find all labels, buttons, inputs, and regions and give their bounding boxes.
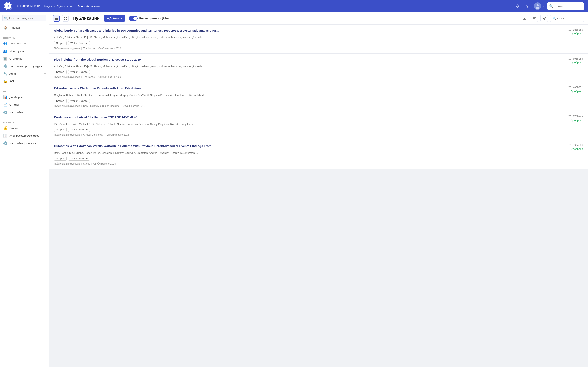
sidebar-search-icon: 🔍 xyxy=(4,17,8,20)
avatar xyxy=(534,2,541,10)
home-icon: 🏠 xyxy=(3,26,7,30)
list-view-button[interactable] xyxy=(53,15,60,22)
tag: Scopus xyxy=(54,99,67,103)
sidebar-section-intranet: ИНТРАНЕТ xyxy=(0,35,49,40)
svg-rect-5 xyxy=(54,17,58,17)
sidebar-item-finance-settings[interactable]: ⚙️ Настройки финансов xyxy=(0,140,49,147)
pub-header: Edoxaban versus Warfarin in Patients wit… xyxy=(54,86,583,93)
publication-item[interactable]: Outcomes With Edoxaban Versus Warfarin i… xyxy=(49,140,588,169)
pub-meta: Публикация в журнале|Stroke|Опубликовано… xyxy=(54,162,583,165)
logo-area[interactable]: S SECHENOV UNIVERSITY xyxy=(4,2,41,10)
pub-id-status: ID 874baaa Одобрено xyxy=(568,115,583,122)
sidebar-label-structure: Структура xyxy=(9,57,22,60)
sidebar-item-admin[interactable]: 🔧 Admin ▾ xyxy=(0,70,49,77)
grid-view-button[interactable] xyxy=(62,15,69,22)
pub-status: Одобрено xyxy=(571,90,583,93)
publication-item[interactable]: Five insights from the Global Burden of … xyxy=(49,54,588,83)
svg-rect-8 xyxy=(64,17,65,18)
pub-title: Five insights from the Global Burden of … xyxy=(54,57,565,62)
sidebar-item-my-groups[interactable]: 👥 Мои группы xyxy=(0,47,49,55)
pub-meta: Публикация в журнале|The Lancet|Опублико… xyxy=(54,76,583,78)
pub-tags: ScopusWeb of Science xyxy=(54,157,583,161)
verification-mode-toggle[interactable]: Режим проверки (99+) xyxy=(129,16,169,21)
toolbar-search-input[interactable] xyxy=(557,17,582,20)
publication-item[interactable]: Edoxaban versus Warfarin in Patients wit… xyxy=(49,82,588,111)
pub-authors: Abbafati, Cristiana;Abbas, Kaja M.;Abbas… xyxy=(54,36,583,40)
nav-right-actions: ⚙ ? ▾ 🔍 xyxy=(514,2,584,10)
sidebar-search-input[interactable] xyxy=(2,15,46,21)
toolbar-search[interactable]: 🔍 xyxy=(550,15,584,22)
user-menu[interactable]: ▾ xyxy=(534,2,544,10)
sidebar-item-dashboards[interactable]: 📊 Дашборды xyxy=(0,93,49,101)
sidebar-item-bi-settings[interactable]: ⚙️ Настройки ▾ xyxy=(0,108,49,116)
search-icon: 🔍 xyxy=(549,4,553,8)
help-icon[interactable]: ? xyxy=(524,3,531,9)
tag: Web of Science xyxy=(68,157,90,161)
admin-arrow-icon: ▾ xyxy=(44,72,45,75)
filter-button[interactable] xyxy=(540,15,548,22)
svg-point-3 xyxy=(536,4,539,6)
svg-text:S: S xyxy=(7,5,9,7)
admin-icon: 🔧 xyxy=(3,72,7,76)
publication-item[interactable]: Global burden of 369 diseases and injuri… xyxy=(49,25,588,54)
filter-icon[interactable]: ⚙ xyxy=(514,3,521,9)
sidebar-item-home[interactable]: 🏠 Главная xyxy=(0,24,49,31)
sidebar-item-structure[interactable]: 🏢 Структура xyxy=(0,55,49,62)
pub-id: ID e39aa2d xyxy=(568,144,583,147)
toggle-label: Режим проверки (99+) xyxy=(139,17,169,20)
top-navigation: S SECHENOV UNIVERSITY Наука › Публикации… xyxy=(0,0,588,12)
breadcrumb-nauka[interactable]: Наука xyxy=(44,4,52,8)
toggle-switch[interactable] xyxy=(129,16,138,21)
export-button[interactable] xyxy=(521,15,528,22)
pub-id: ID 874baaa xyxy=(568,115,583,118)
pub-header: Five insights from the Global Burden of … xyxy=(54,57,583,64)
pub-id: ID 1d05059 xyxy=(568,28,583,31)
breadcrumb-publications[interactable]: Публикации xyxy=(57,4,74,8)
pub-meta: Публикация в журнале|The Lancet|Опублико… xyxy=(54,47,583,50)
add-button[interactable]: + Добавить xyxy=(104,15,125,22)
tag: Web of Science xyxy=(68,70,90,74)
sidebar-label-finance-settings: Настройки финансов xyxy=(9,142,36,145)
sidebar-item-budgets[interactable]: 💰 Сметы xyxy=(0,124,49,132)
sidebar-item-acl[interactable]: 🔒 ACL ▾ xyxy=(0,77,49,85)
tag: Web of Science xyxy=(68,128,90,132)
pub-header: Cardioversion of Atrial Fibrillation in … xyxy=(54,115,583,122)
svg-rect-7 xyxy=(54,19,58,20)
tag: Web of Science xyxy=(68,41,90,45)
sidebar-item-users[interactable]: 👥 Пользователи xyxy=(0,40,49,47)
sidebar-label-groups: Мои группы xyxy=(9,50,25,53)
pub-id-status: ID a00b85f Одобрено xyxy=(568,86,583,93)
pub-meta: Публикация в журнале|Clinical Cardiology… xyxy=(54,133,583,136)
sidebar-item-reports[interactable]: 📄 Отчеты xyxy=(0,101,49,108)
acl-icon: 🔒 xyxy=(3,79,7,83)
pub-authors: Giugliano, Robert P.;Ruff, Christian T.;… xyxy=(54,94,583,97)
publication-item[interactable]: Cardioversion of Atrial Fibrillation in … xyxy=(49,111,588,140)
breadcrumb-all-publications[interactable]: Все публикации xyxy=(78,4,100,8)
breadcrumb-sep-2: › xyxy=(75,5,76,8)
pub-id: ID c01525a xyxy=(568,57,583,60)
accounting-icon: 📈 xyxy=(3,134,7,138)
sidebar-item-accounting[interactable]: 📈 Учёт расходов/доходов xyxy=(0,132,49,140)
pub-header: Global burden of 369 diseases and injuri… xyxy=(54,28,583,35)
sidebar-label-accounting: Учёт расходов/доходов xyxy=(9,134,39,137)
bi-settings-arrow-icon: ▾ xyxy=(44,111,45,114)
sidebar-search[interactable]: 🔍 xyxy=(2,15,46,21)
sidebar-divider-intranet xyxy=(0,33,49,33)
pub-status: Одобрено xyxy=(571,32,583,35)
sort-button[interactable] xyxy=(531,15,538,22)
sidebar-item-org-settings[interactable]: ⚙️ Настройки орг. структуры xyxy=(0,62,49,70)
sidebar-divider-bi xyxy=(0,87,49,87)
sidebar-section-bi: BI xyxy=(0,89,49,93)
reports-icon: 📄 xyxy=(3,103,7,107)
pub-title: Edoxaban versus Warfarin in Patients wit… xyxy=(54,86,565,90)
pub-header: Outcomes With Edoxaban Versus Warfarin i… xyxy=(54,144,583,150)
global-search[interactable]: 🔍 xyxy=(547,2,584,10)
users-icon: 👥 xyxy=(3,42,7,45)
dashboards-icon: 📊 xyxy=(3,95,7,99)
breadcrumb: Наука › Публикации › Все публикации xyxy=(44,4,511,8)
sidebar-label-dashboards: Дашборды xyxy=(9,96,23,99)
pub-id: ID a00b85f xyxy=(568,86,583,89)
sidebar-divider-finance xyxy=(0,118,49,118)
tag: Scopus xyxy=(54,41,67,45)
global-search-input[interactable] xyxy=(554,4,579,8)
